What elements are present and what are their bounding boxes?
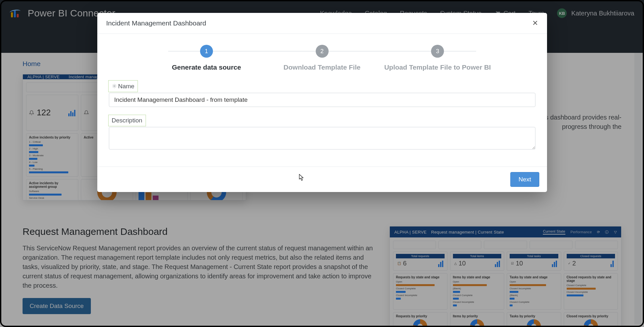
modal-overlay: Incident Management Dashboard ✕ 1 Genera… [0,0,644,327]
stepper: 1 Generate data source 2 Download Templa… [97,34,547,78]
description-input[interactable] [109,127,535,149]
step-2[interactable]: 2 Download Template File [264,45,380,71]
required-star-icon: ✳ [112,83,117,90]
description-field-wrap: Description [109,114,535,151]
name-input[interactable] [109,93,535,107]
step-2-label: Download Template File [284,63,360,71]
modal-title: Incident Management Dashboard [106,19,207,27]
modal-header: Incident Management Dashboard ✕ [97,13,547,34]
next-button[interactable]: Next [510,172,539,187]
step-1-label: Generate data source [172,63,241,71]
step-3-circle: 3 [431,45,444,58]
step-3[interactable]: 3 Upload Template File to Power BI [380,45,495,71]
step-1-circle: 1 [200,45,213,58]
name-field-wrap: ✳Name [109,80,535,107]
step-3-label: Upload Template File to Power BI [384,63,491,71]
step-1[interactable]: 1 Generate data source [149,45,264,71]
description-label: Description [108,115,146,126]
step-2-circle: 2 [316,45,329,58]
name-label: ✳Name [108,80,138,92]
modal: Incident Management Dashboard ✕ 1 Genera… [97,13,547,192]
modal-footer: Next [97,167,547,192]
close-icon: ✕ [532,19,538,27]
modal-body: ✳Name Description [97,78,547,167]
close-button[interactable]: ✕ [532,20,538,27]
cursor-icon [299,174,304,181]
